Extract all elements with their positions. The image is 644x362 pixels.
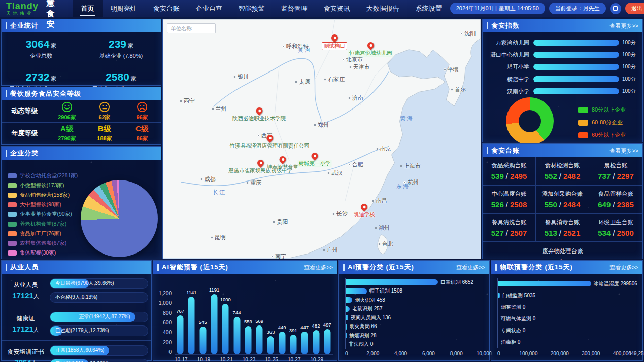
nav-item-大数据报告[interactable]: 大数据报告 — [358, 0, 408, 17]
city-dot — [451, 88, 453, 91]
bar-label: 消毒柜 0 — [501, 339, 520, 346]
bar-track — [533, 76, 619, 82]
done-count: 526 — [491, 200, 504, 209]
city-dot — [348, 163, 351, 166]
city-label-西宁: 西宁 — [180, 97, 195, 105]
bar-fill — [533, 88, 619, 94]
grade-label: C级 — [135, 124, 149, 134]
map-marker[interactable]: 恒康君悦城幼儿园 — [348, 42, 393, 57]
legend-item[interactable]: 养老机构食堂(87家) — [8, 219, 78, 229]
nav-item-明厨亮灶[interactable]: 明厨亮灶 — [103, 0, 145, 17]
china-map[interactable]: 沈阳呼和浩特北京市天津市平壤首尔银川石家庄太原济南西宁兰州郑州西安南京合肥上海市… — [162, 19, 481, 259]
bar-value-label: 1141 — [186, 289, 196, 295]
view-more-link[interactable]: 查看更多>> — [609, 147, 638, 155]
nav-item-食安台账[interactable]: 食安台账 — [145, 0, 188, 17]
city-label-武汉: 武汉 — [327, 169, 343, 177]
city-name: 湖州 — [379, 224, 390, 232]
bar — [290, 335, 296, 354]
legend-item[interactable]: 小微型餐饮(173家) — [8, 180, 78, 190]
legend-item[interactable]: 学校含幼托食堂(2281家) — [8, 171, 78, 180]
index-bar-row: 滠口中心幼儿园100分 — [483, 49, 642, 61]
score-label: 100分 — [619, 51, 639, 58]
nav-item-首页[interactable]: 首页 — [73, 0, 103, 17]
bar-label: 可燃气体监测 0 — [501, 315, 535, 322]
logout-button[interactable]: 退出 — [625, 3, 644, 14]
map-marker[interactable]: 竹溪县福泽酒店管理有限责任公司 — [230, 135, 310, 150]
main-nav: 首页明厨亮灶食安台账企业自查智能预警监督管理食安资讯大数据报告系统设置 — [73, 0, 450, 17]
ledger-cell: 食品采购台账539/2495 — [483, 157, 536, 186]
slash: / — [504, 229, 510, 237]
bar-slot: 545 — [197, 294, 209, 354]
staff-group-label: 从业人员17121人 — [2, 281, 50, 300]
grade-label: B级 — [98, 124, 111, 134]
city-name: 合肥 — [352, 161, 363, 168]
bar-value-label: 363 — [266, 329, 275, 335]
hbar-row: 冰箱温湿度 299506 — [498, 278, 637, 289]
city-label-兰州: 兰州 — [212, 105, 227, 113]
legend-item[interactable]: 食品加工厂(76家) — [8, 229, 78, 238]
hbar-row: 明火离岗 66 — [346, 322, 484, 332]
view-more-link[interactable]: 查看更多>> — [304, 264, 333, 271]
city-dot — [444, 68, 446, 71]
group-name: 从业人员 — [2, 281, 50, 289]
level-count: 96家 — [136, 114, 148, 121]
unit-name: 万家湾幼儿园 — [486, 39, 533, 47]
bar-value-label: 569 — [255, 318, 263, 324]
x-tick-label — [300, 357, 310, 362]
group-count: 17121人 — [2, 291, 50, 300]
row-items: A级2790家B级188家C级86家 — [48, 123, 161, 145]
map-marker[interactable]: 测试档口 — [322, 34, 347, 50]
hbar-row: 消毒柜 0 — [498, 336, 637, 348]
legend-item[interactable]: 集体配餐(30家) — [8, 248, 78, 258]
bar-fill — [533, 76, 619, 82]
done-count: 534 — [598, 229, 611, 237]
view-more-link[interactable]: 查看更多>> — [609, 22, 638, 30]
total-count: 2507 — [510, 229, 527, 237]
legend-swatch — [578, 132, 588, 138]
nav-item-食安资讯[interactable]: 食安资讯 — [316, 0, 358, 17]
panel-header: 企业统计 — [2, 19, 161, 32]
bar — [498, 293, 500, 298]
slash: / — [504, 200, 510, 209]
map-marker[interactable]: 凯迪学校 — [354, 204, 375, 219]
legend-item[interactable]: 60分以下企业 — [578, 129, 626, 141]
legend-item[interactable]: 大中型餐饮(98家) — [8, 200, 78, 209]
view-more-link[interactable]: 查看更多>> — [609, 264, 638, 271]
bar-value-label: 744 — [233, 310, 241, 315]
legend-item[interactable]: 60-80分企业 — [578, 116, 626, 129]
map-marker[interactable]: 树城第二小学 — [298, 153, 332, 167]
hbar-row: 帽子识别 1508 — [346, 287, 484, 296]
group-bars: 正常(14942人,87.27%)已过期(2179人,12.73%) — [50, 312, 148, 336]
view-more-link[interactable]: 查看更多>> — [456, 264, 485, 271]
stat-value: 3064家 — [26, 38, 57, 50]
stat-unit: 家 — [128, 43, 133, 49]
bar-slot: 449 — [277, 294, 288, 354]
count-unit: 人 — [33, 327, 39, 333]
legend-swatch — [8, 183, 17, 188]
nav-item-企业自查[interactable]: 企业自查 — [188, 0, 230, 17]
legend-item[interactable]: 80分以上企业 — [578, 103, 626, 116]
legend-item[interactable]: 食品销售经营(158家) — [8, 190, 78, 200]
map-marker[interactable]: 陕西必途职业技术学院 — [232, 107, 286, 122]
map-marker[interactable]: 恩施市崔家坝民族初级中学 — [228, 160, 292, 174]
legend-item[interactable]: 企事业单位食堂(90家) — [8, 209, 78, 219]
ledger-values: 527/2507 — [491, 229, 527, 237]
nav-item-智能预警[interactable]: 智能预警 — [230, 0, 273, 17]
fullscreen-button[interactable] — [610, 3, 621, 14]
legend-label: 集体配餐(30家) — [20, 249, 56, 257]
panel-ai-warning-category: AI预警分类 (近15天) 查看更多>> 口罩识别 6652帽子识别 1508烟… — [338, 260, 490, 361]
group-bars: 今日晨检(6790人,39.66%)不合格(9人,0.13%) — [50, 278, 148, 303]
legend-item[interactable]: 农村集体聚餐(67家) — [8, 238, 78, 248]
nav-item-系统设置[interactable]: 系统设置 — [408, 0, 450, 17]
marker-label: 凯迪学校 — [354, 211, 375, 219]
x-tick-label: 10-23 — [243, 357, 256, 362]
city-name: 南昌 — [376, 197, 387, 205]
map-search-input[interactable] — [167, 23, 216, 33]
legend-label: 食品销售经营(158家) — [20, 192, 70, 199]
panel-title: 食安台账 — [491, 146, 520, 155]
panel-header: 食安台账 查看更多>> — [483, 144, 642, 157]
score-label: 100分 — [619, 63, 639, 70]
city-dot — [375, 227, 377, 229]
nav-item-监督管理[interactable]: 监督管理 — [273, 0, 316, 17]
bar — [346, 324, 347, 330]
